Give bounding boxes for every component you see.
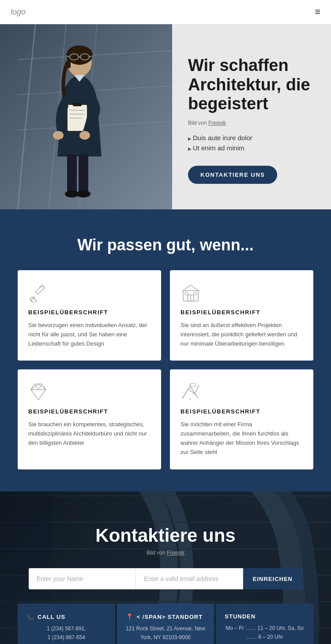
contact-section: Kontaktiere uns Bild von Freepik EINREIC… xyxy=(0,491,331,644)
hero-list-item: Duis aute irure dolor xyxy=(188,134,315,141)
info-card-hours: STUNDEN Mo – Fr …… 11 – 20 Uhr, Sa, So …… xyxy=(216,603,313,644)
card-3-title: BEISPIELÜBERSCHRIFT xyxy=(28,408,150,415)
logo: logo xyxy=(11,7,26,17)
info-card-location: 📍 < /SPAN> STANDORT 121 Rock Street, 21 … xyxy=(117,603,214,644)
feature-card-4: BEISPIELÜBERSCHRIFT Sie möchten mit eine… xyxy=(170,369,313,469)
info-card-phone: 📞 CALL US 1 (234) 567-891, 1 (234) 987-6… xyxy=(18,603,115,644)
hero-content: Wir schaffen Architektur, die begeistert… xyxy=(172,24,331,209)
svg-line-41 xyxy=(42,384,46,390)
svg-rect-25 xyxy=(79,154,88,194)
card-1-text: Sie bevorzugen einen individuellen Ansat… xyxy=(28,321,150,348)
svg-rect-24 xyxy=(67,154,77,194)
svg-point-17 xyxy=(53,131,64,140)
hero-section: Wir schaffen Architektur, die begeistert… xyxy=(0,24,331,209)
info-card-phone-title: CALL US xyxy=(38,614,65,620)
hero-image xyxy=(0,24,172,209)
name-input[interactable] xyxy=(29,568,136,589)
card-3-text: Sie brauchen ein kompetentes, strategisc… xyxy=(28,420,150,447)
info-card-hours-text: Mo – Fr …… 11 – 20 Uhr, Sa, So …… 6 – 20… xyxy=(225,624,305,641)
home-icon xyxy=(181,283,201,303)
hero-title: Wir schaffen Architektur, die begeistert xyxy=(188,56,315,114)
svg-rect-47 xyxy=(190,383,196,387)
features-section: Wir passen gut, wenn... BEISPIELÜBERSCHR… xyxy=(0,209,331,491)
contact-title: Kontaktiere uns xyxy=(18,525,313,546)
card-1-title: BEISPIELÜBERSCHRIFT xyxy=(28,309,150,316)
feature-card-2: BEISPIELÜBERSCHRIFT Sie sind an äußerst … xyxy=(170,270,313,361)
cards-grid: BEISPIELÜBERSCHRIFT Sie bevorzugen einen… xyxy=(18,270,313,469)
svg-rect-13 xyxy=(73,103,82,106)
submit-button[interactable]: EINREICHEN xyxy=(243,568,302,589)
freepik-link[interactable]: Freepik xyxy=(208,120,226,126)
card-4-title: BEISPIELÜBERSCHRIFT xyxy=(181,408,303,415)
svg-point-32 xyxy=(33,297,35,299)
info-card-location-text: 121 Rock Street, 21 Avenue, New York, NY… xyxy=(126,625,206,641)
info-card-location-title: < /SPAN> STANDORT xyxy=(137,614,203,620)
feature-card-1: BEISPIELÜBERSCHRIFT Sie bevorzugen einen… xyxy=(18,270,161,361)
diamond-icon xyxy=(28,382,49,402)
mountain-flag-icon xyxy=(181,382,201,402)
hamburger-menu-icon[interactable]: ≡ xyxy=(315,6,320,18)
svg-rect-36 xyxy=(185,292,188,295)
navbar: logo ≡ xyxy=(0,0,331,24)
card-2-title: BEISPIELÜBERSCHRIFT xyxy=(181,309,303,316)
feature-card-3: BEISPIELÜBERSCHRIFT Sie brauchen ein kom… xyxy=(18,369,161,469)
contact-credit: Bild von Freepik xyxy=(18,550,313,556)
info-card-phone-text2: 1 (234) 987-654 xyxy=(26,633,106,642)
hero-list-item: Ut enim ad minim xyxy=(188,144,315,152)
svg-point-18 xyxy=(79,131,90,140)
svg-rect-30 xyxy=(36,285,45,294)
card-2-text: Sie sind an äußerst effektiven Projekten… xyxy=(181,321,303,348)
features-heading: Wir passen gut, wenn... xyxy=(18,236,313,254)
card-4-text: Sie möchten mit einer Firma zusammenarbe… xyxy=(181,420,303,457)
contact-form: EINREICHEN xyxy=(29,568,302,589)
hero-credit: Bild von Freepik xyxy=(188,120,315,126)
contact-content: Kontaktiere uns Bild von Freepik EINREIC… xyxy=(18,525,313,644)
svg-line-40 xyxy=(31,384,34,390)
info-card-location-header: 📍 < /SPAN> STANDORT xyxy=(126,613,206,620)
svg-point-27 xyxy=(76,190,90,197)
contact-button[interactable]: KONTAKTIERE UNS xyxy=(188,166,277,184)
hero-list: Duis aute irure dolor Ut enim ad minim xyxy=(188,134,315,154)
email-input[interactable] xyxy=(136,568,243,589)
info-card-hours-header: STUNDEN xyxy=(225,613,305,620)
location-icon: 📍 xyxy=(126,613,133,620)
info-card-phone-text: 1 (234) 567-891, xyxy=(26,625,106,633)
info-card-phone-header: 📞 CALL US xyxy=(26,613,106,620)
svg-rect-37 xyxy=(194,292,196,295)
info-card-hours-title: STUNDEN xyxy=(225,613,256,620)
phone-icon: 📞 xyxy=(26,613,34,620)
pencil-ruler-icon xyxy=(28,283,49,303)
info-cards: 📞 CALL US 1 (234) 567-891, 1 (234) 987-6… xyxy=(18,603,313,644)
contact-freepik-link[interactable]: Freepik xyxy=(167,550,184,556)
